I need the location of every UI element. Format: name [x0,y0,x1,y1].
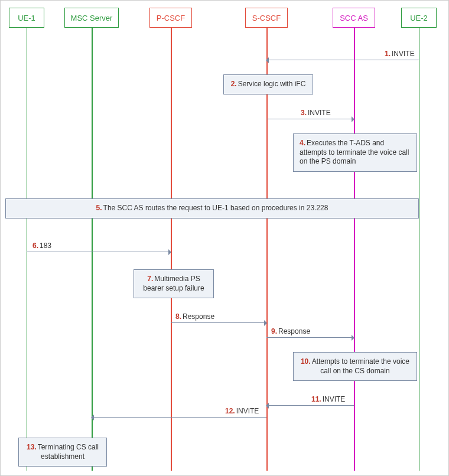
actor-pcscf: P-CSCF [149,8,192,28]
arrow-8-response [171,322,266,323]
actor-sccas: SCC AS [333,8,375,28]
arrow-9-response [266,337,354,338]
note-7: 7.Multimedia PS bearer setup failure [134,269,214,298]
lifeline-msc [92,28,93,471]
actor-ue1-label: UE-1 [18,14,35,22]
note-13: 13.Terminating CS call establishment [18,438,107,467]
actor-scscf: S-CSCF [245,8,288,28]
note-4: 4.Executes the T-ADS and attempts to ter… [293,133,417,172]
note-2: 2.Service logic with iFC [223,74,313,94]
note-10: 10.Attempts to terminate the voice call … [293,352,417,381]
arrow-6-183 [27,252,171,252]
actor-ue2: UE-2 [401,8,437,28]
actor-sccas-label: SCC AS [340,14,368,22]
actor-msc-label: MSC Server [71,14,113,22]
actor-ue2-label: UE-2 [410,14,428,22]
msg-11: 11.INVITE [311,395,345,403]
msg-6: 6.183 [32,242,51,250]
lifeline-sccas [354,28,355,471]
lifeline-ue1 [27,28,27,471]
note-5: 5.The SCC AS routes the request to UE-1 … [5,198,419,219]
actor-scscf-label: S-CSCF [252,14,281,22]
actor-ue1: UE-1 [9,8,44,28]
arrow-12-invite [92,417,266,418]
actor-msc: MSC Server [64,8,119,28]
msg-3: 3.INVITE [301,109,331,117]
arrow-1-invite [266,60,419,60]
actor-pcscf-label: P-CSCF [157,14,185,22]
msg-12: 12.INVITE [225,407,259,415]
msg-8: 8.Response [175,312,214,321]
sequence-diagram: UE-1 MSC Server P-CSCF S-CSCF SCC AS UE-… [0,0,449,476]
arrow-3-invite [266,119,354,119]
msg-9: 9.Response [271,327,310,335]
arrow-11-invite [266,405,354,406]
msg-1: 1.INVITE [385,50,415,58]
lifeline-ue2 [419,28,419,471]
